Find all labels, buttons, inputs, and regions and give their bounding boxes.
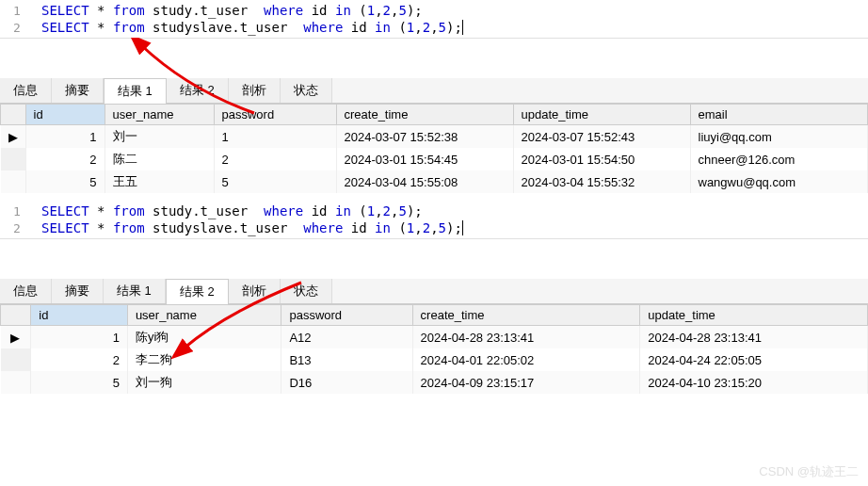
line-number: 1 bbox=[0, 4, 34, 18]
cell-create-time[interactable]: 2024-03-01 15:54:45 bbox=[336, 148, 513, 170]
tab-summary[interactable]: 摘要 bbox=[52, 78, 104, 103]
table-row[interactable]: 2 陈二 2 2024-03-01 15:54:45 2024-03-01 15… bbox=[1, 148, 868, 170]
cell-id[interactable]: 2 bbox=[31, 348, 128, 371]
tab-result-2[interactable]: 结果 2 bbox=[167, 78, 229, 103]
col-password[interactable]: password bbox=[214, 105, 336, 125]
tab-summary[interactable]: 摘要 bbox=[52, 279, 104, 303]
tab-status[interactable]: 状态 bbox=[281, 279, 332, 303]
cell-update-time[interactable]: 2024-03-04 15:55:32 bbox=[513, 170, 690, 193]
col-create-time[interactable]: create_time bbox=[336, 105, 513, 125]
cell-id[interactable]: 2 bbox=[25, 148, 104, 170]
result-tabs-2: 信息 摘要 结果 1 结果 2 剖析 状态 bbox=[0, 279, 868, 304]
result-tabs-1: 信息 摘要 结果 1 结果 2 剖析 状态 bbox=[0, 78, 868, 104]
tab-info[interactable]: 信息 bbox=[0, 279, 52, 303]
cell-email[interactable]: wangwu@qq.com bbox=[690, 170, 868, 193]
sql-content: SELECT * from studyslave.t_user where id… bbox=[34, 220, 463, 235]
cell-create-time[interactable]: 2024-04-01 22:05:02 bbox=[412, 348, 640, 371]
cell-update-time[interactable]: 2024-04-28 23:13:41 bbox=[640, 326, 868, 349]
sql-line: 2 SELECT * from studyslave.t_user where … bbox=[0, 19, 868, 36]
sql-content: SELECT * from study.t_user where id in (… bbox=[34, 3, 423, 18]
sql-line: 2 SELECT * from studyslave.t_user where … bbox=[0, 219, 868, 236]
col-id[interactable]: id bbox=[25, 105, 104, 125]
tab-status[interactable]: 状态 bbox=[281, 78, 332, 103]
col-id[interactable]: id bbox=[31, 305, 128, 326]
cell-password[interactable]: B13 bbox=[281, 348, 412, 371]
col-email[interactable]: email bbox=[690, 105, 868, 125]
cell-user-name[interactable]: 刘一狗 bbox=[127, 371, 281, 394]
cell-id[interactable]: 5 bbox=[25, 170, 104, 193]
table-header-row: id user_name password create_time update… bbox=[1, 305, 868, 326]
col-create-time[interactable]: create_time bbox=[412, 305, 640, 326]
sql-editor-2[interactable]: 1 SELECT * from study.t_user where id in… bbox=[0, 201, 868, 239]
cell-password[interactable]: 2 bbox=[214, 148, 336, 170]
tab-profiling[interactable]: 剖析 bbox=[229, 78, 281, 103]
cell-password[interactable]: A12 bbox=[281, 326, 412, 349]
cell-create-time[interactable]: 2024-03-07 15:52:38 bbox=[336, 125, 513, 149]
line-number: 2 bbox=[0, 221, 34, 235]
sql-content: SELECT * from studyslave.t_user where id… bbox=[34, 20, 463, 35]
watermark: CSDN @轨迹王二 bbox=[759, 463, 859, 480]
cell-update-time[interactable]: 2024-04-24 22:05:05 bbox=[640, 348, 868, 371]
col-update-time[interactable]: update_time bbox=[640, 305, 868, 326]
tab-result-2[interactable]: 结果 2 bbox=[166, 279, 229, 304]
result-grid-2[interactable]: id user_name password create_time update… bbox=[0, 304, 868, 394]
cell-update-time[interactable]: 2024-03-07 15:52:43 bbox=[513, 125, 690, 149]
cell-create-time[interactable]: 2024-03-04 15:55:08 bbox=[336, 170, 513, 193]
table-row[interactable]: 2 李二狗 B13 2024-04-01 22:05:02 2024-04-24… bbox=[1, 348, 868, 371]
table-row[interactable]: ▶ 1 刘一 1 2024-03-07 15:52:38 2024-03-07 … bbox=[1, 125, 868, 149]
col-password[interactable]: password bbox=[281, 305, 412, 326]
row-marker-header bbox=[1, 305, 31, 326]
table-row[interactable]: 5 刘一狗 D16 2024-04-09 23:15:17 2024-04-10… bbox=[1, 371, 868, 394]
cell-create-time[interactable]: 2024-04-28 23:13:41 bbox=[412, 326, 640, 349]
col-user-name[interactable]: user_name bbox=[104, 105, 214, 125]
cell-user-name[interactable]: 李二狗 bbox=[127, 348, 281, 371]
row-marker-header bbox=[1, 105, 26, 125]
col-user-name[interactable]: user_name bbox=[127, 305, 281, 326]
sql-line: 1 SELECT * from study.t_user where id in… bbox=[0, 2, 868, 19]
cell-email[interactable]: liuyi@qq.com bbox=[690, 125, 868, 149]
line-number: 2 bbox=[0, 21, 34, 35]
table-row[interactable]: ▶ 1 陈yi狗 A12 2024-04-28 23:13:41 2024-04… bbox=[1, 326, 868, 349]
cell-id[interactable]: 1 bbox=[25, 125, 104, 149]
tab-profiling[interactable]: 剖析 bbox=[229, 279, 281, 303]
cell-id[interactable]: 5 bbox=[31, 371, 128, 394]
cell-password[interactable]: D16 bbox=[281, 371, 412, 394]
tab-result-1[interactable]: 结果 1 bbox=[104, 78, 167, 104]
cell-user-name[interactable]: 刘一 bbox=[104, 125, 214, 149]
sql-editor-1[interactable]: 1 SELECT * from study.t_user where id in… bbox=[0, 0, 868, 39]
row-marker-icon: ▶ bbox=[1, 125, 26, 149]
table-row[interactable]: 5 王五 5 2024-03-04 15:55:08 2024-03-04 15… bbox=[1, 170, 868, 193]
cell-password[interactable]: 1 bbox=[214, 125, 336, 149]
sql-line: 1 SELECT * from study.t_user where id in… bbox=[0, 202, 868, 219]
cell-id[interactable]: 1 bbox=[31, 326, 128, 349]
cell-update-time[interactable]: 2024-04-10 23:15:20 bbox=[640, 371, 868, 394]
row-marker-icon: ▶ bbox=[1, 326, 31, 349]
result-grid-1[interactable]: id user_name password create_time update… bbox=[0, 104, 868, 193]
sql-content: SELECT * from study.t_user where id in (… bbox=[34, 203, 423, 219]
col-update-time[interactable]: update_time bbox=[513, 105, 690, 125]
cell-create-time[interactable]: 2024-04-09 23:15:17 bbox=[412, 371, 640, 394]
cell-user-name[interactable]: 王五 bbox=[104, 170, 214, 193]
cell-user-name[interactable]: 陈二 bbox=[104, 148, 214, 170]
table-header-row: id user_name password create_time update… bbox=[1, 105, 868, 125]
cell-update-time[interactable]: 2024-03-01 15:54:50 bbox=[513, 148, 690, 170]
cell-email[interactable]: chneer@126.com bbox=[690, 148, 868, 170]
cell-password[interactable]: 5 bbox=[214, 170, 336, 193]
tab-info[interactable]: 信息 bbox=[0, 78, 52, 103]
tab-result-1[interactable]: 结果 1 bbox=[104, 279, 166, 303]
cell-user-name[interactable]: 陈yi狗 bbox=[127, 326, 281, 349]
line-number: 1 bbox=[0, 204, 34, 219]
